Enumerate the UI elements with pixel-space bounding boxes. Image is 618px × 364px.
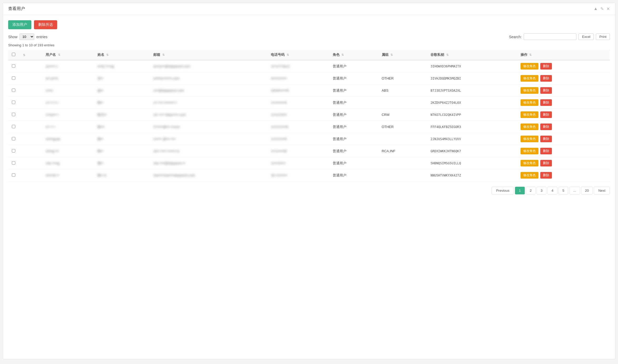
row-checkbox-6[interactable] (12, 137, 15, 140)
row-username-8: che •••ng (42, 157, 94, 169)
row-checkbox-cell (8, 72, 19, 85)
modify-role-button-6[interactable]: 修改角色 (521, 136, 538, 142)
page-4-button[interactable]: 4 (547, 187, 557, 194)
modify-role-button-8[interactable]: 修改角色 (521, 160, 538, 166)
row-name-9: 陈•• â (94, 169, 150, 181)
row-sort-cell-6 (19, 133, 42, 145)
row-google-key-6: 2JNJUS4M43LLYUVV (427, 133, 517, 145)
search-box: Search: Excel Print (509, 33, 610, 40)
row-checkbox-cell (8, 169, 19, 181)
delete-selected-button[interactable]: 删除所选 (34, 20, 57, 29)
modify-role-button-3[interactable]: 修改角色 (521, 99, 538, 106)
row-checkbox-8[interactable] (12, 161, 15, 165)
entries-select[interactable]: 5 10 25 50 100 (19, 33, 34, 40)
table-header: ⇅ 用户名 ⇅ 姓名 ⇅ 邮箱 ⇅ 电话号码 ⇅ (8, 50, 610, 60)
modify-role-button-1[interactable]: 修改角色 (521, 75, 538, 82)
row-email-7: ch•• ••••• •••••••.m (150, 145, 268, 157)
edit-icon[interactable]: ✎ (600, 6, 604, 11)
delete-row-button-7[interactable]: 删除 (540, 148, 552, 154)
modify-role-button-4[interactable]: 修改角色 (521, 111, 538, 118)
delete-row-button-0[interactable]: 删除 (540, 63, 552, 70)
modify-role-button-9[interactable]: 修改角色 (521, 172, 538, 179)
row-group-3 (379, 97, 428, 109)
row-phone-1: 4••••1•••••• (268, 72, 330, 85)
row-checkbox-7[interactable] (12, 149, 15, 153)
row-name-7: 陈•• (94, 145, 150, 157)
main-window: 查看用户 ▲ ✎ ✕ 添加用户 删除所选 Show 5 10 25 50 100… (3, 3, 615, 359)
page-2-button[interactable]: 2 (526, 187, 536, 194)
row-action-5: 修改角色 删除 (517, 121, 610, 133)
row-username-0: an••••• c (42, 60, 94, 72)
pagination: Previous 1 2 3 4 5 ... 20 Next (8, 187, 610, 194)
row-name-5: 陈••• (94, 121, 150, 133)
modify-role-button-7[interactable]: 修改角色 (521, 148, 538, 154)
page-3-button[interactable]: 3 (537, 187, 546, 194)
row-group-7: RCA,INF (379, 145, 428, 157)
page-20-button[interactable]: 20 (581, 187, 593, 194)
row-checkbox-9[interactable] (12, 173, 15, 177)
table-row: an••••• c A••ly Y••ng an••y•••@daiyiaomi… (8, 60, 610, 72)
row-role-1: 普通用户 (330, 72, 379, 85)
row-action-8: 修改角色 删除 (517, 157, 610, 169)
entries-info: Showing 1 to 10 of 193 entries (8, 43, 610, 47)
row-google-key-5: FFF4QLKFBZ5EGOR3 (427, 121, 517, 133)
row-username-2: c•••n (42, 85, 94, 97)
row-username-7: ch•ng ••• (42, 145, 94, 157)
add-user-button[interactable]: 添加用户 (8, 20, 31, 29)
row-google-key-4: NTKO7LCO2QK4IVPP (427, 109, 517, 121)
modify-role-button-2[interactable]: 修改角色 (521, 87, 538, 94)
window-header: 查看用户 ▲ ✎ ✕ (3, 3, 615, 15)
row-checkbox-2[interactable] (12, 88, 15, 92)
header-email: 邮箱 ⇅ (150, 50, 268, 60)
row-username-3: c•• •• •• • (42, 97, 94, 109)
table-row: c•••n 赵•• c•••@daiyiaomi.com 18•44••••••… (8, 85, 610, 97)
page-5-button[interactable]: 5 (558, 187, 568, 194)
row-phone-6: 1••1••1•••5 (268, 133, 330, 145)
excel-button[interactable]: Excel (578, 33, 594, 40)
row-checkbox-cell (8, 85, 19, 97)
delete-row-button-5[interactable]: 删除 (540, 124, 552, 130)
row-email-1: a••l••y••••••••.com (150, 72, 268, 85)
modify-role-button-5[interactable]: 修改角色 (521, 124, 538, 130)
row-role-5: 普通用户 (330, 121, 379, 133)
row-checkbox-cell (8, 60, 19, 72)
row-checkbox-3[interactable] (12, 101, 15, 104)
select-all-checkbox[interactable] (12, 53, 15, 56)
minimize-icon[interactable]: ▲ (594, 6, 598, 11)
show-entries-control: Show 5 10 25 50 100 entries (8, 33, 47, 40)
delete-row-button-3[interactable]: 删除 (540, 99, 552, 106)
delete-row-button-9[interactable]: 删除 (540, 172, 552, 179)
header-role: 角色 ⇅ (330, 50, 379, 60)
row-checkbox-0[interactable] (12, 64, 15, 68)
row-name-8: 熊•• (94, 157, 150, 169)
table-row: c•• •• • 陈••• C••••••@•••.••com 1••1••1•… (8, 121, 610, 133)
row-sort-cell-9 (19, 169, 42, 181)
row-username-6: ch•••guan (42, 133, 94, 145)
delete-row-button-8[interactable]: 删除 (540, 160, 552, 166)
print-button[interactable]: Print (596, 33, 610, 40)
page-1-button[interactable]: 1 (515, 187, 525, 194)
row-checkbox-4[interactable] (12, 113, 15, 116)
delete-row-button-6[interactable]: 删除 (540, 136, 552, 142)
next-button[interactable]: Next (594, 187, 610, 194)
users-table: ⇅ 用户名 ⇅ 姓名 ⇅ 邮箱 ⇅ 电话号码 ⇅ (8, 50, 610, 181)
row-google-key-8: 5HBNQSIMSG5UILLQ (427, 157, 517, 169)
row-username-4: c•••p••• • (42, 109, 94, 121)
row-checkbox-1[interactable] (12, 76, 15, 80)
row-action-9: 修改角色 删除 (517, 169, 610, 181)
table-row: c•••p••• • 陈天•• ch• •••• •idau•••••.com … (8, 109, 610, 121)
window-title: 查看用户 (8, 6, 25, 12)
row-phone-8: 1•••••2•••• (268, 157, 330, 169)
search-input[interactable] (524, 33, 576, 40)
close-icon[interactable]: ✕ (606, 6, 610, 11)
table-controls: Show 5 10 25 50 100 entries Search: Exce… (8, 33, 610, 40)
row-group-5: OTHER (379, 121, 428, 133)
delete-row-button-4[interactable]: 删除 (540, 111, 552, 118)
delete-row-button-1[interactable]: 删除 (540, 75, 552, 82)
modify-role-button-0[interactable]: 修改角色 (521, 63, 538, 70)
previous-button[interactable]: Previous (492, 187, 514, 194)
toolbar: 添加用户 删除所选 (8, 20, 610, 29)
delete-row-button-2[interactable]: 删除 (540, 87, 552, 94)
row-checkbox-5[interactable] (12, 125, 15, 128)
search-label: Search: (509, 35, 522, 39)
